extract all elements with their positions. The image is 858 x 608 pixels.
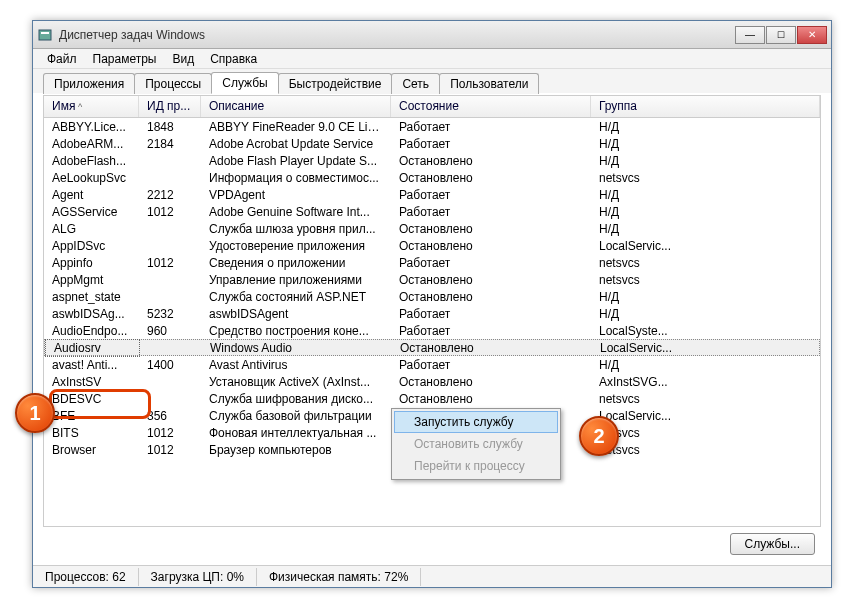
- table-row[interactable]: BDESVCСлужба шифрования диско...Остановл…: [44, 390, 820, 407]
- cell-group: netsvcs: [591, 255, 820, 271]
- callout-2: 2: [579, 416, 619, 456]
- tab-bar: Приложения Процессы Службы Быстродействи…: [33, 69, 831, 93]
- table-row[interactable]: AudiosrvWindows AudioОстановленоLocalSer…: [44, 339, 820, 356]
- menu-options[interactable]: Параметры: [85, 50, 165, 68]
- tab-applications[interactable]: Приложения: [43, 73, 135, 94]
- cell-pid: [139, 160, 201, 162]
- cell-name: AeLookupSvc: [44, 170, 139, 186]
- cell-group: LocalServic...: [592, 340, 819, 356]
- cell-state: Остановлено: [391, 289, 591, 305]
- cell-desc: Фоновая интеллектуальная ...: [201, 425, 391, 441]
- cell-state: Остановлено: [391, 238, 591, 254]
- cell-pid: 5232: [139, 306, 201, 322]
- context-stop-service[interactable]: Остановить службу: [394, 433, 558, 455]
- table-row[interactable]: Agent2212VPDAgentРаботаетН/Д: [44, 186, 820, 203]
- svg-rect-0: [39, 30, 51, 40]
- table-row[interactable]: AudioEndpo...960Средство построения коне…: [44, 322, 820, 339]
- cell-desc: aswbIDSAgent: [201, 306, 391, 322]
- minimize-button[interactable]: [735, 26, 765, 44]
- cell-state: Остановлено: [392, 340, 592, 356]
- table-row[interactable]: AppIDSvcУдостоверение приложенияОстановл…: [44, 237, 820, 254]
- cell-name: Browser: [44, 442, 139, 458]
- cell-pid: 1012: [139, 204, 201, 220]
- cell-desc: Средство построения коне...: [201, 323, 391, 339]
- table-row[interactable]: ABBYY.Lice...1848ABBYY FineReader 9.0 CE…: [44, 118, 820, 135]
- cell-desc: Adobe Flash Player Update S...: [201, 153, 391, 169]
- cell-state: Остановлено: [391, 221, 591, 237]
- table-row[interactable]: AdobeARM...2184Adobe Acrobat Update Serv…: [44, 135, 820, 152]
- table-row[interactable]: Appinfo1012Сведения о приложенииРаботает…: [44, 254, 820, 271]
- cell-name: aspnet_state: [44, 289, 139, 305]
- cell-state: Остановлено: [391, 153, 591, 169]
- cell-state: Работает: [391, 306, 591, 322]
- table-row[interactable]: avast! Anti...1400Avast AntivirusРаботае…: [44, 356, 820, 373]
- cell-pid: [139, 279, 201, 281]
- cell-state: Работает: [391, 204, 591, 220]
- tab-users[interactable]: Пользователи: [439, 73, 539, 94]
- cell-pid: 1012: [139, 442, 201, 458]
- cell-desc: Служба шлюза уровня прил...: [201, 221, 391, 237]
- cell-pid: [139, 228, 201, 230]
- cell-group: netsvcs: [591, 391, 820, 407]
- column-description[interactable]: Описание: [201, 96, 391, 117]
- cell-desc: Установщик ActiveX (AxInst...: [201, 374, 391, 390]
- maximize-button[interactable]: [766, 26, 796, 44]
- table-row[interactable]: AGSService1012Adobe Genuine Software Int…: [44, 203, 820, 220]
- cell-desc: Управление приложениями: [201, 272, 391, 288]
- cell-pid: 2212: [139, 187, 201, 203]
- cell-desc: Браузер компьютеров: [201, 442, 391, 458]
- cell-group: netsvcs: [591, 272, 820, 288]
- cell-group: Н/Д: [591, 153, 820, 169]
- cell-state: Остановлено: [391, 374, 591, 390]
- cell-group: LocalSyste...: [591, 323, 820, 339]
- tab-performance[interactable]: Быстродействие: [278, 73, 393, 94]
- table-row[interactable]: AeLookupSvcИнформация о совместимос...Ос…: [44, 169, 820, 186]
- cell-group: Н/Д: [591, 221, 820, 237]
- cell-pid: [139, 296, 201, 298]
- menu-file[interactable]: Файл: [39, 50, 85, 68]
- table-row[interactable]: AxInstSVУстановщик ActiveX (AxInst...Ост…: [44, 373, 820, 390]
- cell-group: Н/Д: [591, 306, 820, 322]
- tab-network[interactable]: Сеть: [391, 73, 440, 94]
- cell-pid: 960: [139, 323, 201, 339]
- table-row[interactable]: ALGСлужба шлюза уровня прил...Остановлен…: [44, 220, 820, 237]
- app-icon: [37, 27, 53, 43]
- cell-name: AppIDSvc: [44, 238, 139, 254]
- column-pid[interactable]: ИД пр...: [139, 96, 201, 117]
- cell-group: AxInstSVG...: [591, 374, 820, 390]
- column-group[interactable]: Группа: [591, 96, 820, 117]
- cell-desc: Adobe Acrobat Update Service: [201, 136, 391, 152]
- cell-desc: Информация о совместимос...: [201, 170, 391, 186]
- cell-name: ABBYY.Lice...: [44, 119, 139, 135]
- menu-help[interactable]: Справка: [202, 50, 265, 68]
- column-name[interactable]: Имя: [44, 96, 139, 117]
- cell-name: BFE: [44, 408, 139, 424]
- titlebar[interactable]: Диспетчер задач Windows: [33, 21, 831, 49]
- cell-desc: Служба шифрования диско...: [201, 391, 391, 407]
- status-memory: Физическая память: 72%: [257, 568, 421, 586]
- cell-name: AGSService: [44, 204, 139, 220]
- table-row[interactable]: aspnet_stateСлужба состояний ASP.NETОста…: [44, 288, 820, 305]
- status-cpu: Загрузка ЦП: 0%: [139, 568, 257, 586]
- context-goto-process[interactable]: Перейти к процессу: [394, 455, 558, 477]
- cell-group: netsvcs: [591, 170, 820, 186]
- cell-pid: [139, 381, 201, 383]
- status-bar: Процессов: 62 Загрузка ЦП: 0% Физическая…: [33, 565, 831, 587]
- column-state[interactable]: Состояние: [391, 96, 591, 117]
- menu-view[interactable]: Вид: [164, 50, 202, 68]
- cell-name: ALG: [44, 221, 139, 237]
- cell-name: AudioEndpo...: [44, 323, 139, 339]
- close-button[interactable]: [797, 26, 827, 44]
- tab-processes[interactable]: Процессы: [134, 73, 212, 94]
- cell-state: Работает: [391, 136, 591, 152]
- window-title: Диспетчер задач Windows: [59, 28, 735, 42]
- table-row[interactable]: AdobeFlash...Adobe Flash Player Update S…: [44, 152, 820, 169]
- table-row[interactable]: aswbIDSAg...5232aswbIDSAgentРаботаетН/Д: [44, 305, 820, 322]
- tab-services[interactable]: Службы: [211, 72, 278, 94]
- cell-name: avast! Anti...: [44, 357, 139, 373]
- services-button[interactable]: Службы...: [730, 533, 815, 555]
- table-row[interactable]: AppMgmtУправление приложениямиОстановлен…: [44, 271, 820, 288]
- context-start-service[interactable]: Запустить службу: [394, 411, 558, 433]
- cell-pid: 1848: [139, 119, 201, 135]
- cell-desc: Служба состояний ASP.NET: [201, 289, 391, 305]
